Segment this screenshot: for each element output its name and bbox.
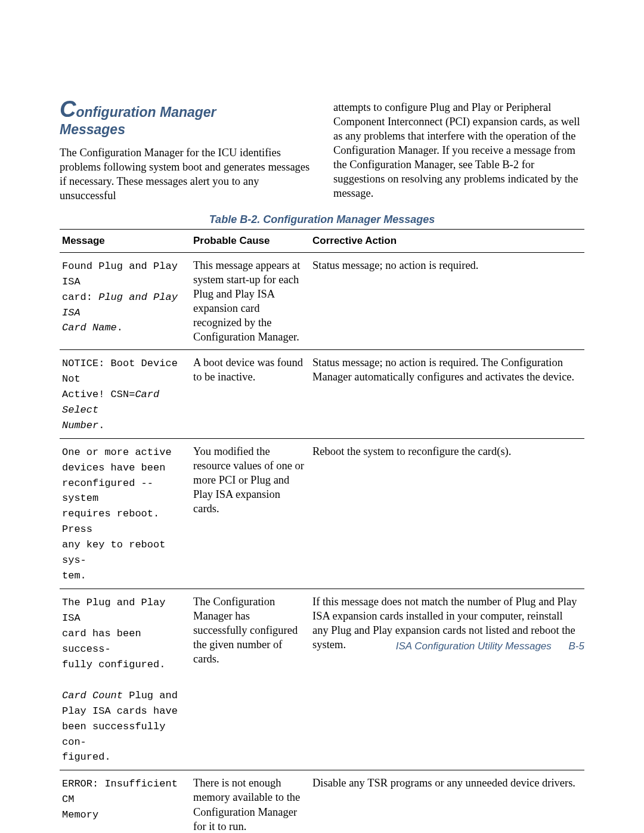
col-header-cause: Probable Cause bbox=[191, 229, 310, 252]
message-cell: NOTICE: Boot Device Not Active! CSN=Card… bbox=[60, 349, 191, 438]
msg-tail: . bbox=[117, 322, 123, 333]
heading-line2: Messages bbox=[60, 122, 125, 137]
msg-text: NOTICE: Boot Device Not Active! CSN= bbox=[62, 358, 184, 400]
message-cell: Found Plug and Play ISA card: Plug and P… bbox=[60, 252, 191, 349]
heading-dropcap: C bbox=[60, 97, 76, 122]
msg-var: Card Count bbox=[62, 690, 123, 701]
message-cell: The Plug and Play ISA card has been succ… bbox=[60, 589, 191, 770]
action-cell: If this message does not match the numbe… bbox=[310, 589, 584, 770]
cause-cell: A boot device was found to be inactive. bbox=[191, 349, 310, 438]
section-heading: Configuration ManagerMessages bbox=[60, 100, 311, 138]
heading-rest: onfiguration Manager bbox=[76, 104, 216, 120]
config-manager-table: Message Probable Cause Corrective Action… bbox=[60, 229, 584, 833]
intro-right: attempts to configure Plug and Play or P… bbox=[333, 100, 584, 200]
cause-cell: You modified the resource values of one … bbox=[191, 438, 310, 589]
table-row: NOTICE: Boot Device Not Active! CSN=Card… bbox=[60, 349, 584, 438]
cause-cell: The Configuration Manager has successful… bbox=[191, 589, 310, 770]
footer-page-number: B-5 bbox=[569, 640, 584, 652]
col-header-message: Message bbox=[60, 229, 191, 252]
cause-cell: This message appears at system start-up … bbox=[191, 252, 310, 349]
action-cell: Status message; no action is required. T… bbox=[310, 349, 584, 438]
msg-text: The Plug and Play ISA card has been succ… bbox=[62, 597, 172, 670]
table-row: Found Plug and Play ISA card: Plug and P… bbox=[60, 252, 584, 349]
footer-title: ISA Configuration Utility Messages bbox=[396, 640, 552, 652]
msg-text: One or more active devices have been rec… bbox=[62, 447, 172, 582]
msg-tail: . bbox=[98, 420, 104, 431]
table-row: One or more active devices have been rec… bbox=[60, 438, 584, 589]
table-row: ERROR: Insufficient CM Memory There is n… bbox=[60, 770, 584, 833]
table-header-row: Message Probable Cause Corrective Action bbox=[60, 229, 584, 252]
message-cell: One or more active devices have been rec… bbox=[60, 438, 191, 589]
cause-cell: There is not enough memory available to … bbox=[191, 770, 310, 833]
action-cell: Status message; no action is required. bbox=[310, 252, 584, 349]
action-cell: Reboot the system to reconfigure the car… bbox=[310, 438, 584, 589]
table-caption: Table B-2. Configuration Manager Message… bbox=[60, 213, 584, 226]
intro-left: The Configuration Manager for the ICU id… bbox=[60, 145, 311, 203]
table-row: The Plug and Play ISA card has been succ… bbox=[60, 589, 584, 770]
action-cell: Disable any TSR programs or any unneeded… bbox=[310, 770, 584, 833]
page-footer: ISA Configuration Utility Messages B-5 bbox=[60, 640, 584, 652]
msg-text: ERROR: Insufficient CM Memory bbox=[62, 778, 184, 820]
col-header-action: Corrective Action bbox=[310, 229, 584, 252]
message-cell: ERROR: Insufficient CM Memory bbox=[60, 770, 191, 833]
